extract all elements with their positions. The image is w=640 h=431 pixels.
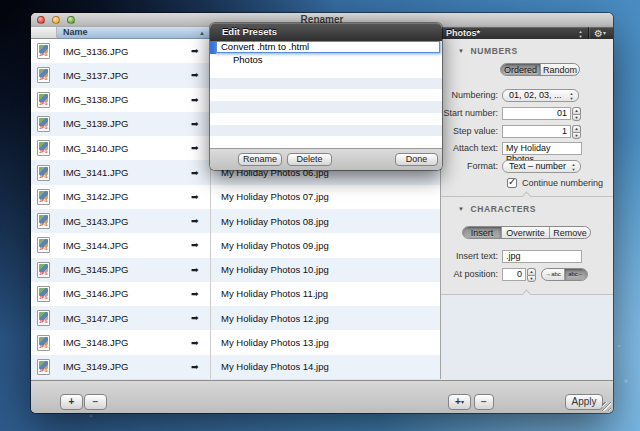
format-popup[interactable]: Text – number ▲▼ [502, 160, 581, 173]
step-value-stepper[interactable]: ▲▼ [572, 125, 581, 139]
segment-overwrite[interactable]: Overwrite [502, 227, 550, 238]
table-row[interactable]: JPG IMG_3143.JPG ➡ My Holiday Photos 08.… [31, 209, 440, 233]
attach-text-label: Attach text: [441, 142, 498, 155]
jpg-file-icon: JPG [37, 262, 50, 278]
preset-name-edit-field[interactable]: Convert .htm to .html [216, 41, 440, 53]
table-row[interactable]: JPG IMG_3144.JPG ➡ My Holiday Photos 09.… [31, 233, 440, 257]
original-filename: IMG_3138.JPG [57, 94, 191, 105]
segment-insert[interactable]: Insert [463, 227, 502, 238]
gear-menu-button[interactable]: ⚙▾ [594, 27, 606, 39]
preset-row[interactable]: Photos [210, 54, 442, 66]
format-label: Format: [441, 160, 498, 173]
icon-column-header[interactable] [31, 27, 57, 39]
jpg-file-icon: JPG [37, 92, 50, 108]
count-from-end-icon[interactable]: abc← [565, 269, 587, 280]
done-button[interactable]: Done [395, 153, 438, 166]
add-action-button[interactable]: +▾ [448, 394, 471, 410]
toolbar-separator [588, 27, 590, 39]
renamed-filename: My Holiday Photos 12.jpg [210, 306, 440, 330]
renamed-filename: My Holiday Photos 13.jpg [210, 330, 440, 354]
table-row[interactable]: JPG IMG_3145.JPG ➡ My Holiday Photos 10.… [31, 258, 440, 282]
original-filename: IMG_3139.JPG [57, 118, 191, 129]
renamed-filename: My Holiday Photos 09.jpg [210, 233, 440, 257]
arrow-icon: ➡ [191, 362, 210, 372]
segment-ordered[interactable]: Ordered [501, 64, 541, 75]
name-header-label: Name [63, 27, 88, 37]
preset-stripes [210, 66, 442, 148]
continue-numbering-checkbox[interactable]: ✓ [507, 178, 517, 188]
name-column-header[interactable]: Name ▲ [57, 27, 210, 39]
original-filename: IMG_3146.JPG [57, 288, 191, 299]
apply-button[interactable]: Apply [565, 394, 603, 410]
table-row[interactable]: JPG IMG_3148.JPG ➡ My Holiday Photos 13.… [31, 330, 440, 354]
table-row[interactable]: JPG IMG_3149.JPG ➡ My Holiday Photos 14.… [31, 355, 440, 379]
preset-stepper-icon[interactable]: ▲▼ [576, 27, 585, 39]
jpg-file-icon: JPG [37, 237, 50, 253]
renamed-filename: My Holiday Photos 11.jpg [210, 282, 440, 306]
chevron-down-icon: ▾ [603, 30, 606, 36]
jpg-file-icon: JPG [37, 335, 50, 351]
jpg-file-icon: JPG [37, 310, 50, 326]
renamed-filename: My Holiday Photos 10.jpg [210, 258, 440, 282]
segment-remove[interactable]: Remove [550, 227, 590, 238]
original-filename: IMG_3144.JPG [57, 240, 191, 251]
arrow-icon: ➡ [191, 192, 210, 202]
divider-notch [522, 192, 532, 202]
attach-text-field[interactable]: My Holiday Photos [502, 142, 582, 155]
minimize-button[interactable] [52, 16, 60, 24]
segment-random[interactable]: Random [541, 64, 579, 75]
table-row[interactable]: JPG IMG_3146.JPG ➡ My Holiday Photos 11.… [31, 282, 440, 306]
arrow-icon: ➡ [191, 70, 210, 80]
renamer-window: Renamer Name ▲ Photos* ▲▼ ⚙▾ JPG IMG_313… [31, 13, 613, 413]
settings-panel: ▼NUMBERS Ordered Random Numbering: 01, 0… [441, 39, 613, 380]
section-divider [441, 294, 613, 295]
characters-section-header[interactable]: ▼CHARACTERS [458, 204, 536, 214]
position-direction-segmented: →abc abc← [541, 268, 588, 281]
start-number-stepper[interactable]: ▲▼ [572, 107, 581, 121]
original-filename: IMG_3137.JPG [57, 70, 191, 81]
close-button[interactable] [37, 16, 45, 24]
original-filename: IMG_3140.JPG [57, 143, 191, 154]
count-from-start-icon[interactable]: →abc [542, 269, 565, 280]
add-files-button[interactable]: + [60, 394, 83, 410]
jpg-file-icon: JPG [37, 43, 50, 59]
at-position-stepper[interactable]: ▲▼ [527, 268, 536, 282]
at-position-field[interactable]: 0 [502, 268, 526, 281]
preset-selector: Photos* ▲▼ ⚙▾ [441, 27, 613, 39]
rename-button[interactable]: Rename [238, 153, 282, 166]
jpg-file-icon: JPG [37, 286, 50, 302]
preset-row-editing[interactable]: Convert .htm to .html [210, 41, 442, 54]
jpg-file-icon: JPG [37, 67, 50, 83]
arrow-icon: ➡ [191, 313, 210, 323]
numbering-popup[interactable]: 01, 02, 03, ... ▲▼ [502, 89, 579, 102]
popover-footer: Rename Delete Done [210, 148, 442, 170]
popup-arrows-icon: ▲▼ [569, 161, 578, 172]
disclosure-triangle-icon: ▼ [458, 48, 465, 54]
jpg-file-icon: JPG [37, 116, 50, 132]
numbers-section-header[interactable]: ▼NUMBERS [458, 46, 518, 56]
jpg-file-icon: JPG [37, 213, 50, 229]
table-row[interactable]: JPG IMG_3147.JPG ➡ My Holiday Photos 12.… [31, 306, 440, 330]
current-preset-label[interactable]: Photos* [446, 27, 480, 39]
jpg-file-icon: JPG [37, 359, 50, 375]
remove-action-button[interactable]: − [474, 394, 494, 410]
insert-text-label: Insert text: [441, 250, 498, 263]
start-number-field[interactable]: 01 [502, 107, 571, 120]
arrow-icon: ➡ [191, 289, 210, 299]
arrow-icon: ➡ [191, 168, 210, 178]
delete-button[interactable]: Delete [287, 153, 332, 166]
arrow-icon: ➡ [191, 338, 210, 348]
resize-grip[interactable] [602, 402, 611, 411]
zoom-button[interactable] [67, 16, 75, 24]
remove-files-button[interactable]: − [84, 394, 107, 410]
original-filename: IMG_3148.JPG [57, 337, 191, 348]
table-row[interactable]: JPG IMG_3142.JPG ➡ My Holiday Photos 07.… [31, 185, 440, 209]
jpg-file-icon: JPG [37, 189, 50, 205]
step-value-label: Step value: [441, 125, 498, 138]
original-filename: IMG_3147.JPG [57, 313, 191, 324]
insert-text-field[interactable]: .jpg [502, 250, 582, 263]
popover-title: Edit Presets [210, 23, 442, 41]
presets-list: Convert .htm to .html Photos [210, 41, 442, 148]
jpg-file-icon: JPG [37, 165, 50, 181]
step-value-field[interactable]: 1 [502, 125, 571, 138]
